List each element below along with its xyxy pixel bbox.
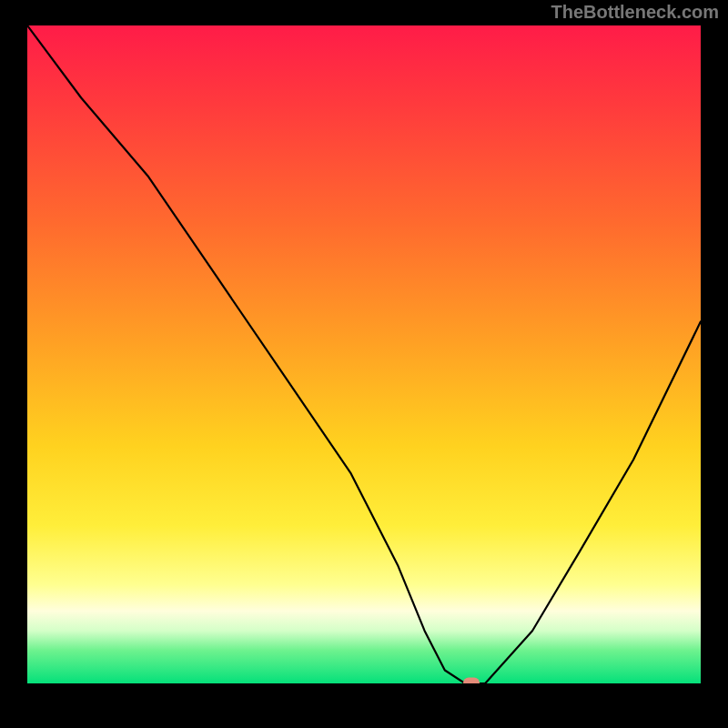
bottleneck-curve	[27, 25, 701, 683]
watermark-text: TheBottleneck.com	[551, 2, 719, 23]
chart-container	[27, 25, 701, 701]
chart-baseline	[27, 683, 701, 701]
